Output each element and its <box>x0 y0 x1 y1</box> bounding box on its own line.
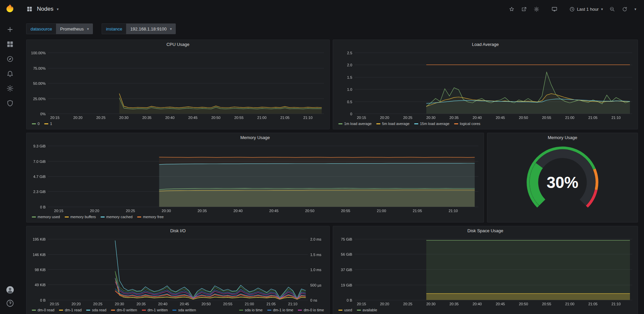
legend-swatch-icon <box>298 310 302 311</box>
legend-item[interactable]: 1m load average <box>338 122 372 126</box>
help-button[interactable] <box>6 299 14 307</box>
load-average-chart[interactable] <box>333 49 638 121</box>
star-button[interactable] <box>506 3 518 15</box>
gauge-wrap: 30% <box>487 142 638 222</box>
legend-series-name: dm-0 written <box>117 308 137 312</box>
disk-space-usage-chart[interactable] <box>333 236 638 307</box>
cpu-usage-chart[interactable] <box>26 49 329 121</box>
disk-io-chart[interactable] <box>26 236 329 307</box>
dashboard-row: CPU Usage 01 Load Average 1m load averag… <box>26 40 638 129</box>
legend-swatch-icon <box>142 310 146 311</box>
panel-title[interactable]: CPU Usage <box>26 40 329 49</box>
server-admin-button[interactable] <box>6 99 14 107</box>
star-icon <box>509 6 515 12</box>
legend-left: 1m load average5m load average15m load a… <box>338 122 480 126</box>
legend-item[interactable]: memory buffers <box>65 215 96 219</box>
chevron-down-icon: ▾ <box>87 27 89 31</box>
legend-item[interactable]: dm-1 io time <box>267 308 293 312</box>
legend-item[interactable]: 0 <box>32 122 40 126</box>
time-range-button[interactable]: Last 1 hour ▾ <box>567 3 606 15</box>
legend-series-name: logical cores <box>460 122 480 126</box>
sidebar-menu <box>6 25 14 107</box>
legend-item[interactable]: dm-0 written <box>111 308 137 312</box>
chevron-down-icon[interactable]: ▾ <box>57 7 59 11</box>
legend-item[interactable]: sda read <box>86 308 106 312</box>
zoom-out-button[interactable] <box>606 3 618 15</box>
dashboard-row: Disk I/O dm-0 readdm-1 readsda readdm-0 … <box>26 226 638 314</box>
legend-item[interactable]: sda written <box>172 308 196 312</box>
monitor-icon <box>551 6 557 12</box>
legend-item[interactable]: memory cached <box>101 215 132 219</box>
legend-item[interactable]: dm-0 io time <box>298 308 324 312</box>
refresh-button[interactable] <box>619 3 631 15</box>
dashboard-settings-button[interactable] <box>531 3 542 15</box>
legend-series-name: sda io time <box>245 308 263 312</box>
sidebar-bottom <box>6 286 14 307</box>
dashboard-grid: CPU Usage 01 Load Average 1m load averag… <box>20 40 644 314</box>
share-button[interactable] <box>518 3 530 15</box>
panel-title[interactable]: Memory Usage <box>26 133 484 142</box>
legend-swatch-icon <box>338 310 342 311</box>
legend-item[interactable]: dm-1 written <box>142 308 168 312</box>
legend-item[interactable]: used <box>338 308 352 312</box>
legend-series-name: used <box>344 308 352 312</box>
panel-title[interactable]: Disk I/O <box>26 226 329 236</box>
configuration-button[interactable] <box>6 84 14 92</box>
cycle-view-button[interactable] <box>548 3 560 15</box>
legend-item[interactable]: dm-0 read <box>32 308 54 312</box>
legend-item[interactable]: 5m load average <box>376 122 410 126</box>
panel-load-average: Load Average 1m load average5m load aver… <box>333 40 638 129</box>
dashboard-title[interactable]: Nodes <box>37 6 53 12</box>
legend-item[interactable]: memory used <box>32 215 60 219</box>
legend-swatch-icon <box>65 216 69 217</box>
legend-series-name: dm-1 read <box>65 308 82 312</box>
create-button[interactable] <box>6 25 14 34</box>
legend-item[interactable]: available <box>357 308 377 312</box>
grafana-logo[interactable] <box>4 2 16 15</box>
refresh-interval-dropdown[interactable]: ▾ <box>631 3 639 15</box>
legend-series-name: 1m load average <box>344 122 372 126</box>
navbar-actions: Last 1 hour ▾ ▾ <box>506 3 639 15</box>
memory-usage-chart[interactable] <box>26 142 484 214</box>
top-navbar: Nodes ▾ Last 1 hour ▾ <box>20 0 644 18</box>
legend-series-name: dm-0 io time <box>304 308 324 312</box>
bell-icon <box>6 70 14 77</box>
legend-item[interactable]: 15m load average <box>414 122 449 126</box>
user-avatar[interactable] <box>6 286 14 294</box>
refresh-icon <box>622 6 628 12</box>
legend-item[interactable]: dm-1 read <box>59 308 82 312</box>
chevron-down-icon: ▾ <box>634 7 636 11</box>
panel-cpu-usage: CPU Usage 01 <box>26 40 330 129</box>
legend-item[interactable]: 1 <box>44 122 52 126</box>
dashboards-grid-icon <box>6 41 14 48</box>
compass-icon <box>6 55 14 63</box>
variable-datasource: datasource Prometheus ▾ <box>26 23 93 34</box>
zoom-out-icon <box>609 6 615 12</box>
legend-swatch-icon <box>101 216 105 217</box>
legend-series-name: dm-1 written <box>148 308 168 312</box>
instance-dropdown[interactable]: 192.168.1.18:9100 ▾ <box>126 23 176 34</box>
panel-disk-io: Disk I/O dm-0 readdm-1 readsda readdm-0 … <box>26 226 330 314</box>
variable-instance: instance 192.168.1.18:9100 ▾ <box>102 23 176 34</box>
alerting-button[interactable] <box>6 70 14 78</box>
legend-item[interactable]: logical cores <box>454 122 480 126</box>
legend-swatch-icon <box>32 216 36 217</box>
memory-usage-gauge: 30% <box>525 144 600 220</box>
panel-disk-space-usage: Disk Space Usage usedavailable <box>333 226 638 314</box>
question-icon <box>6 299 14 307</box>
gear-icon <box>534 6 539 12</box>
dashboards-button[interactable] <box>6 40 14 48</box>
disk-io-legend: dm-0 readdm-1 readsda readdm-0 writtendm… <box>26 307 329 314</box>
panel-title[interactable]: Memory Usage <box>487 133 638 142</box>
variable-label: instance <box>102 23 126 34</box>
legend-series-name: memory buffers <box>70 215 96 219</box>
panel-title[interactable]: Load Average <box>333 40 638 49</box>
legend-item[interactable]: sda io time <box>239 308 263 312</box>
legend-series-name: available <box>363 308 377 312</box>
gauge-value: 30% <box>547 174 579 191</box>
explore-button[interactable] <box>6 55 14 63</box>
panel-title[interactable]: Disk Space Usage <box>333 226 638 236</box>
dashboard-row: Memory Usage memory usedmemory buffersme… <box>26 133 638 223</box>
datasource-dropdown[interactable]: Prometheus ▾ <box>56 23 93 34</box>
legend-item[interactable]: memory free <box>137 215 164 219</box>
